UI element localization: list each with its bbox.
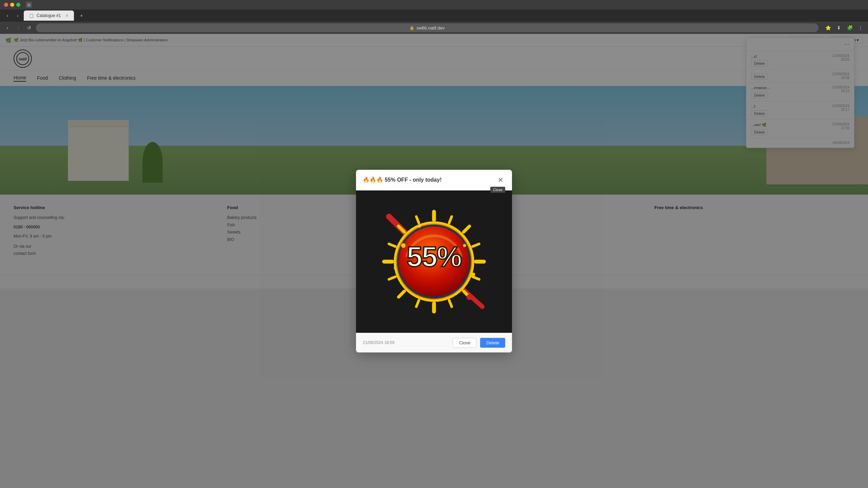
browser-chrome: ⊞ xyxy=(0,0,868,9)
url-text: sw66.natif.dev xyxy=(416,25,445,30)
back-button[interactable]: ‹ xyxy=(3,12,12,20)
forward-button[interactable]: › xyxy=(14,12,22,20)
nav-forward-button[interactable]: › xyxy=(14,24,22,32)
refresh-button[interactable]: ↺ xyxy=(25,24,33,32)
modal-header: 🔥🔥🔥 55% OFF - only today! ✕ Close xyxy=(356,170,512,190)
tab-label: Catalogue #1 xyxy=(37,13,61,18)
nav-back-button[interactable]: ‹ xyxy=(3,24,12,32)
browser-tab-active[interactable]: 📋 Catalogue #1 ✕ xyxy=(24,11,74,21)
modal-close-container: ✕ Close xyxy=(496,175,505,185)
svg-point-29 xyxy=(471,272,475,276)
modal-close-button[interactable]: ✕ xyxy=(496,175,505,185)
browser-tab-bar: ‹ › 📋 Catalogue #1 ✕ + xyxy=(0,9,868,22)
modal-close-action-button[interactable]: Close xyxy=(453,338,477,348)
svg-point-28 xyxy=(393,267,396,269)
modal-dialog: 🔥🔥🔥 55% OFF - only today! ✕ Close xyxy=(356,170,512,352)
lock-icon: 🔒 xyxy=(410,26,414,30)
download-icon[interactable]: ⬇ xyxy=(835,24,843,32)
tab-close-icon[interactable]: ✕ xyxy=(65,14,68,18)
browser-nav-bar: ‹ › ↺ 🔒 sw66.natif.dev ⭐ ⬇ 🧩 ⋮ xyxy=(0,22,868,34)
modal-footer: 21/09/2024 18:59 Close Delete xyxy=(356,333,512,352)
modal-actions: Close Delete xyxy=(453,338,505,348)
svg-point-26 xyxy=(401,243,406,247)
modal-overlay[interactable]: 🔥🔥🔥 55% OFF - only today! ✕ Close xyxy=(0,34,868,488)
extensions-button[interactable]: 🧩 xyxy=(846,24,854,32)
modal-title: 🔥🔥🔥 55% OFF - only today! xyxy=(363,177,441,183)
more-button[interactable]: ⋮ xyxy=(856,24,865,32)
url-bar[interactable]: 🔒 sw66.natif.dev xyxy=(36,23,818,32)
modal-body: 55% xyxy=(356,190,512,333)
svg-point-27 xyxy=(463,244,467,247)
svg-text:55%: 55% xyxy=(407,241,461,272)
modal-image-container: 55% xyxy=(356,190,512,333)
discount-badge-svg: 55% xyxy=(370,197,498,326)
svg-point-30 xyxy=(467,294,472,300)
modal-delete-button[interactable]: Delete xyxy=(480,338,505,348)
window-grid-icon[interactable]: ⊞ xyxy=(26,2,32,8)
new-tab-button[interactable]: + xyxy=(77,12,85,20)
bookmark-icon[interactable]: ⭐ xyxy=(824,24,832,32)
modal-timestamp: 21/09/2024 18:59 xyxy=(363,340,394,345)
svg-point-31 xyxy=(418,224,421,228)
